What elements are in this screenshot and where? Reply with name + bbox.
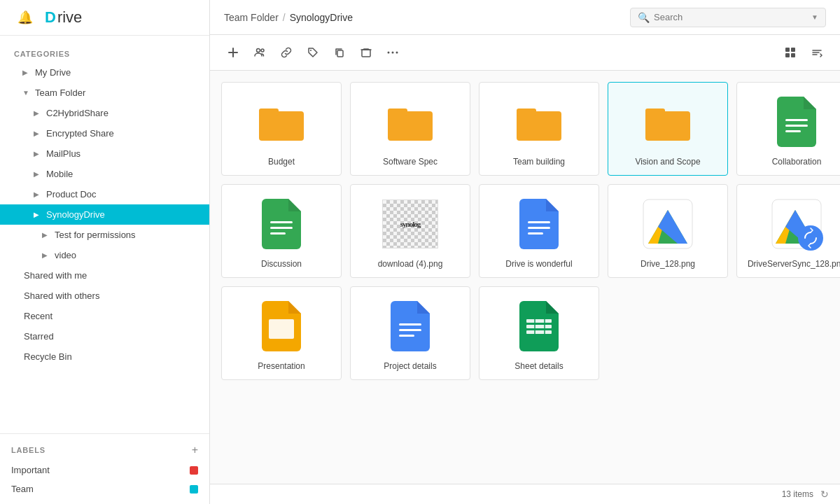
- search-input[interactable]: [654, 12, 807, 22]
- file-grid: Budget Software Spec Team building: [210, 71, 840, 484]
- caret-icon: ▶: [34, 109, 43, 117]
- logo-rest: rive: [57, 8, 82, 27]
- file-card-budget[interactable]: Budget: [221, 82, 342, 176]
- caret-icon: ▶: [42, 231, 52, 239]
- file-name: Presentation: [258, 361, 304, 371]
- caret-icon: ▶: [34, 211, 43, 218]
- svg-rect-13: [259, 108, 279, 115]
- svg-rect-3: [337, 50, 343, 57]
- svg-rect-8: [785, 48, 790, 52]
- sidebar-item-synologydrive[interactable]: ▶ SynologyDrive: [0, 204, 209, 225]
- sidebar-item-encrypted-share[interactable]: ▶ Encrypted Share: [0, 123, 209, 144]
- sidebar-item-c2hybrid[interactable]: ▶ C2HybridShare: [0, 103, 209, 123]
- share-people-button[interactable]: [248, 41, 272, 64]
- breadcrumb-current: SynologyDrive: [290, 12, 353, 23]
- svg-rect-22: [785, 130, 801, 132]
- file-icon-project-details: [382, 298, 438, 354]
- refresh-button[interactable]: ↻: [820, 489, 829, 500]
- sidebar-item-starred[interactable]: Starred: [0, 326, 209, 346]
- svg-rect-24: [270, 227, 293, 229]
- file-icon-drive-128: [640, 196, 696, 252]
- labels-header: LABELS +: [11, 440, 198, 461]
- file-icon-driveserversync-128: [769, 196, 825, 252]
- grid-view-button[interactable]: [778, 41, 802, 64]
- sidebar-item-shared-with-others[interactable]: Shared with others: [0, 286, 209, 306]
- delete-button[interactable]: [354, 41, 378, 64]
- label-item-important[interactable]: Important: [11, 461, 198, 479]
- label-color-dot: [190, 485, 198, 493]
- file-card-project-details[interactable]: Project details: [350, 286, 470, 380]
- svg-point-2: [310, 50, 312, 51]
- file-icon-budget: [253, 94, 309, 150]
- svg-rect-42: [526, 319, 552, 323]
- sidebar-item-recycle-bin[interactable]: Recycle Bin: [0, 346, 209, 367]
- sidebar-item-label: Mobile: [46, 169, 73, 179]
- file-card-collaboration[interactable]: Collaboration: [736, 82, 840, 176]
- file-card-sheet-details[interactable]: Sheet details: [479, 286, 599, 380]
- file-name: DriveServerSync_128.png: [748, 259, 840, 269]
- search-box: 🔍 ▼: [630, 8, 826, 27]
- sort-button[interactable]: [805, 41, 829, 64]
- svg-rect-26: [528, 221, 550, 223]
- breadcrumb: Team Folder / SynologyDrive: [224, 12, 353, 23]
- file-card-drive-128[interactable]: Drive_128.png: [608, 184, 728, 278]
- file-name: Team building: [513, 157, 565, 167]
- file-row-2: Presentation Project details Sheet detai…: [221, 286, 829, 380]
- add-button[interactable]: [221, 41, 245, 64]
- svg-rect-14: [388, 111, 433, 141]
- file-name: Discussion: [261, 259, 302, 269]
- search-icon: 🔍: [638, 12, 650, 23]
- file-icon-vision-scope: [640, 94, 696, 150]
- tag-button[interactable]: [301, 41, 325, 64]
- sidebar-item-my-drive[interactable]: ▶ My Drive: [0, 62, 209, 83]
- topbar: Team Folder / SynologyDrive 🔍 ▼: [210, 0, 840, 35]
- svg-rect-38: [269, 319, 294, 339]
- svg-point-6: [392, 52, 394, 54]
- svg-rect-11: [791, 53, 795, 57]
- sidebar-item-mailplus[interactable]: ▶ MailPlus: [0, 144, 209, 164]
- more-button[interactable]: [381, 41, 405, 64]
- file-card-software-spec[interactable]: Software Spec: [350, 82, 470, 176]
- status-bar: 13 items ↻: [210, 484, 840, 504]
- label-item-team[interactable]: Team: [11, 479, 198, 498]
- sidebar-item-team-folder[interactable]: ▼ Team Folder: [0, 83, 209, 103]
- sidebar-item-mobile[interactable]: ▶ Mobile: [0, 164, 209, 184]
- file-card-team-building[interactable]: Team building: [479, 82, 599, 176]
- toolbar: [210, 35, 840, 71]
- add-label-button[interactable]: +: [192, 444, 198, 456]
- svg-rect-23: [270, 221, 293, 223]
- file-name: Vision and Scope: [635, 157, 700, 167]
- caret-icon: ▶: [34, 190, 43, 198]
- sidebar-item-recent[interactable]: Recent: [0, 306, 209, 326]
- bell-icon[interactable]: 🔔: [11, 10, 39, 25]
- sidebar-nav: CATEGORIES ▶ My Drive ▼ Team Folder ▶ C2…: [0, 36, 209, 433]
- sidebar-item-label: video: [55, 250, 76, 260]
- file-card-discussion[interactable]: Discussion: [221, 184, 342, 278]
- svg-rect-27: [528, 227, 550, 229]
- svg-rect-10: [785, 53, 790, 57]
- svg-rect-4: [362, 50, 370, 57]
- sidebar-item-label: Test for permissions: [55, 230, 136, 240]
- sidebar-item-video[interactable]: ▶ video: [0, 245, 209, 265]
- svg-rect-25: [270, 232, 286, 234]
- file-name: download (4).png: [378, 259, 443, 269]
- sidebar-item-test-permissions[interactable]: ▶ Test for permissions: [0, 225, 209, 245]
- svg-point-5: [388, 52, 390, 54]
- file-card-driveserversync-128[interactable]: DriveServerSync_128.png: [736, 184, 840, 278]
- sidebar: 🔔 Drive CATEGORIES ▶ My Drive ▼ Team Fol…: [0, 0, 210, 504]
- sidebar-item-label: My Drive: [35, 67, 71, 78]
- file-card-vision-scope[interactable]: Vision and Scope: [608, 82, 728, 176]
- file-icon-collaboration: [769, 94, 825, 150]
- breadcrumb-team-folder[interactable]: Team Folder: [224, 12, 279, 23]
- link-button[interactable]: [274, 41, 298, 64]
- sidebar-item-label: SynologyDrive: [46, 209, 105, 220]
- file-card-download-png[interactable]: synolog download (4).png: [350, 184, 470, 278]
- sidebar-item-shared-with-me[interactable]: Shared with me: [0, 265, 209, 286]
- search-dropdown-icon[interactable]: ▼: [811, 13, 818, 21]
- labels-section: LABELS + Important Team: [0, 433, 209, 504]
- file-card-drive-wonderful[interactable]: Drive is wonderful: [479, 184, 599, 278]
- file-card-presentation[interactable]: Presentation: [221, 286, 342, 380]
- sidebar-item-label: Product Doc: [46, 189, 97, 200]
- sidebar-item-product-doc[interactable]: ▶ Product Doc: [0, 184, 209, 204]
- copy-button[interactable]: [328, 41, 351, 64]
